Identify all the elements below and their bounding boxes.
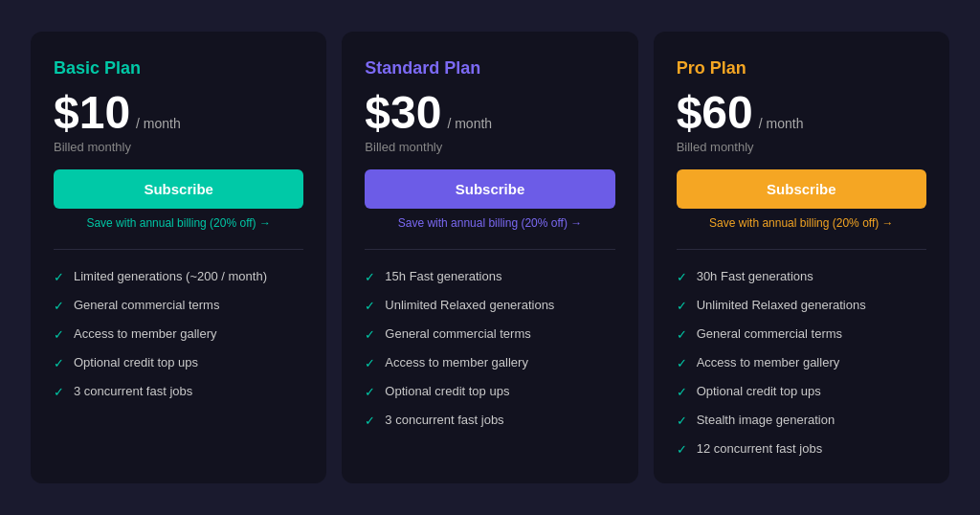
divider-basic bbox=[54, 249, 303, 250]
feature-text: 12 concurrent fast jobs bbox=[697, 441, 823, 456]
divider-standard bbox=[365, 249, 614, 250]
price-period-basic: / month bbox=[136, 116, 181, 131]
checkmark-icon: ✓ bbox=[677, 356, 687, 370]
list-item: ✓Access to member gallery bbox=[365, 355, 614, 370]
checkmark-icon: ✓ bbox=[365, 270, 375, 284]
checkmark-icon: ✓ bbox=[677, 299, 687, 313]
list-item: ✓Optional credit top ups bbox=[365, 384, 614, 399]
checkmark-icon: ✓ bbox=[54, 270, 64, 284]
plan-card-standard: Standard Plan$30/ monthBilled monthlySub… bbox=[342, 32, 637, 483]
plan-card-basic: Basic Plan$10/ monthBilled monthlySubscr… bbox=[31, 32, 326, 483]
feature-text: Unlimited Relaxed generations bbox=[697, 298, 866, 312]
list-item: ✓General commercial terms bbox=[365, 326, 614, 342]
feature-text: Optional credit top ups bbox=[697, 384, 821, 398]
plan-name-pro: Pro Plan bbox=[677, 58, 926, 78]
price-row-basic: $10/ month bbox=[54, 90, 303, 136]
plan-name-basic: Basic Plan bbox=[54, 58, 303, 78]
price-amount-pro: $60 bbox=[677, 90, 753, 136]
checkmark-icon: ✓ bbox=[677, 270, 687, 284]
feature-text: Optional credit top ups bbox=[385, 384, 509, 398]
feature-text: Access to member gallery bbox=[385, 355, 528, 369]
list-item: ✓Unlimited Relaxed generations bbox=[677, 298, 926, 313]
checkmark-icon: ✓ bbox=[677, 327, 687, 342]
checkmark-icon: ✓ bbox=[365, 356, 375, 370]
subscribe-button-basic[interactable]: Subscribe bbox=[54, 169, 303, 209]
list-item: ✓Optional credit top ups bbox=[677, 384, 926, 399]
plan-card-pro: Pro Plan$60/ monthBilled monthlySubscrib… bbox=[654, 32, 949, 483]
feature-text: 30h Fast generations bbox=[697, 269, 813, 283]
features-list-standard: ✓15h Fast generations✓Unlimited Relaxed … bbox=[365, 269, 614, 428]
list-item: ✓General commercial terms bbox=[54, 298, 303, 313]
list-item: ✓3 concurrent fast jobs bbox=[54, 384, 303, 399]
feature-text: Access to member gallery bbox=[697, 355, 840, 369]
feature-text: 15h Fast generations bbox=[385, 269, 501, 283]
feature-text: General commercial terms bbox=[74, 298, 219, 312]
price-row-standard: $30/ month bbox=[365, 90, 614, 136]
annual-save-standard[interactable]: Save with annual billing (20% off) → bbox=[365, 216, 614, 230]
list-item: ✓General commercial terms bbox=[677, 326, 926, 342]
checkmark-icon: ✓ bbox=[365, 385, 375, 399]
price-period-pro: / month bbox=[759, 116, 804, 131]
annual-save-basic[interactable]: Save with annual billing (20% off) → bbox=[54, 216, 303, 230]
feature-text: Unlimited Relaxed generations bbox=[385, 298, 554, 312]
feature-text: General commercial terms bbox=[697, 326, 842, 341]
checkmark-icon: ✓ bbox=[54, 356, 64, 370]
checkmark-icon: ✓ bbox=[677, 385, 687, 399]
subscribe-button-standard[interactable]: Subscribe bbox=[365, 169, 614, 209]
list-item: ✓Access to member gallery bbox=[54, 326, 303, 342]
features-list-pro: ✓30h Fast generations✓Unlimited Relaxed … bbox=[677, 269, 926, 457]
feature-text: Access to member gallery bbox=[74, 326, 217, 341]
billed-text-pro: Billed monthly bbox=[677, 140, 926, 154]
checkmark-icon: ✓ bbox=[54, 299, 64, 313]
price-amount-basic: $10 bbox=[54, 90, 130, 136]
annual-save-pro[interactable]: Save with annual billing (20% off) → bbox=[677, 216, 926, 230]
list-item: ✓12 concurrent fast jobs bbox=[677, 441, 926, 457]
checkmark-icon: ✓ bbox=[677, 414, 687, 428]
list-item: ✓3 concurrent fast jobs bbox=[365, 413, 614, 428]
feature-text: Stealth image generation bbox=[697, 413, 835, 427]
billed-text-standard: Billed monthly bbox=[365, 140, 614, 154]
checkmark-icon: ✓ bbox=[54, 385, 64, 399]
pricing-container: Basic Plan$10/ monthBilled monthlySubscr… bbox=[31, 32, 949, 483]
feature-text: 3 concurrent fast jobs bbox=[74, 384, 192, 398]
checkmark-icon: ✓ bbox=[365, 299, 375, 313]
checkmark-icon: ✓ bbox=[365, 327, 375, 342]
feature-text: Optional credit top ups bbox=[74, 355, 198, 369]
list-item: ✓Access to member gallery bbox=[677, 355, 926, 370]
billed-text-basic: Billed monthly bbox=[54, 140, 303, 154]
list-item: ✓30h Fast generations bbox=[677, 269, 926, 284]
price-amount-standard: $30 bbox=[365, 90, 441, 136]
list-item: ✓Unlimited Relaxed generations bbox=[365, 298, 614, 313]
list-item: ✓Optional credit top ups bbox=[54, 355, 303, 370]
features-list-basic: ✓Limited generations (~200 / month)✓Gene… bbox=[54, 269, 303, 399]
feature-text: General commercial terms bbox=[385, 326, 530, 341]
list-item: ✓Stealth image generation bbox=[677, 413, 926, 428]
price-period-standard: / month bbox=[447, 116, 492, 131]
subscribe-button-pro[interactable]: Subscribe bbox=[677, 169, 926, 209]
plan-name-standard: Standard Plan bbox=[365, 58, 614, 78]
price-row-pro: $60/ month bbox=[677, 90, 926, 136]
feature-text: Limited generations (~200 / month) bbox=[74, 269, 267, 283]
feature-text: 3 concurrent fast jobs bbox=[385, 413, 503, 427]
divider-pro bbox=[677, 249, 926, 250]
list-item: ✓15h Fast generations bbox=[365, 269, 614, 284]
checkmark-icon: ✓ bbox=[365, 414, 375, 428]
checkmark-icon: ✓ bbox=[54, 327, 64, 342]
list-item: ✓Limited generations (~200 / month) bbox=[54, 269, 303, 284]
checkmark-icon: ✓ bbox=[677, 442, 687, 457]
